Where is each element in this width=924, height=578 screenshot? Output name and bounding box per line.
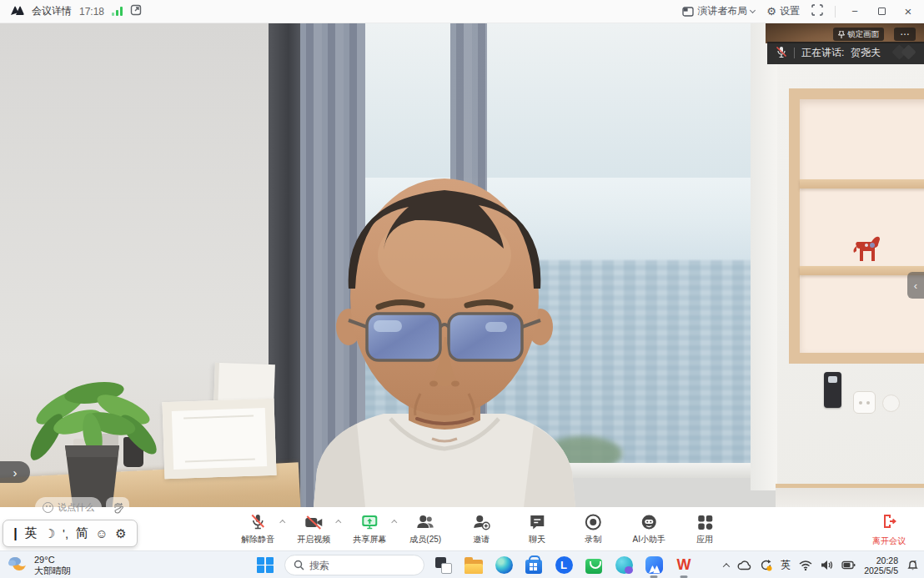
share-options-caret[interactable] [391, 519, 397, 525]
pin-icon [838, 31, 845, 38]
ime-language-toggle[interactable]: 英 [24, 525, 37, 541]
ai-assistant-button[interactable]: AI小助手 [630, 513, 668, 545]
ime-settings-button[interactable]: ⚙ [115, 526, 126, 541]
unmute-button[interactable]: 解除静音 [239, 513, 277, 545]
pin-video-button[interactable]: 锁定画面 [833, 28, 884, 41]
say-something-input[interactable]: 说点什么 [35, 497, 102, 518]
speaker-video-feed: 锁定画面 … 正在讲话: 贺尧夫 › ‹ [0, 23, 924, 507]
taskbar-app-task-view[interactable] [429, 551, 459, 578]
taskbar-app-wps[interactable]: W [669, 551, 699, 578]
invite-icon [472, 513, 490, 531]
taskbar-app-lenovo[interactable]: L [549, 551, 579, 578]
network-signal-icon [112, 7, 123, 16]
watermark-logo-icon [892, 44, 921, 61]
mic-off-icon [249, 513, 267, 531]
share-screen-icon [360, 513, 379, 531]
ime-fullwidth-toggle[interactable]: ☽ [44, 526, 55, 541]
meeting-app-window: 会议详情 17:18 演讲者布局 ⚙ 设置 − × [0, 0, 924, 578]
layout-label: 演讲者布局 [697, 4, 747, 18]
leave-meeting-icon [881, 513, 897, 533]
tray-ime-indicator[interactable]: 英 [781, 558, 791, 572]
minimize-button[interactable]: − [847, 5, 862, 18]
potted-plant [15, 364, 169, 507]
windows-logo-icon [257, 557, 274, 574]
meeting-timer: 17:18 [79, 6, 104, 18]
ime-cursor: | [13, 526, 17, 541]
more-options-button[interactable]: … [894, 28, 916, 41]
tray-clock[interactable]: 20:28 2025/5/5 [864, 555, 898, 575]
record-icon [584, 513, 602, 531]
chat-icon [528, 513, 546, 531]
taskbar-app-tencent-meeting[interactable] [639, 551, 669, 578]
edge-browser-icon [495, 556, 513, 574]
maximize-icon [878, 8, 886, 15]
taskbar-search[interactable] [284, 555, 424, 575]
members-button[interactable]: 成员(25) [406, 513, 444, 545]
settings-button[interactable]: ⚙ 设置 [766, 4, 800, 18]
lenovo-app-icon: L [555, 556, 573, 574]
speaker-name: 贺尧夫 [851, 46, 881, 60]
tray-date: 2025/5/5 [864, 565, 898, 575]
weather-icon [7, 553, 28, 578]
wps-office-icon: W [677, 556, 691, 574]
mic-options-caret[interactable] [279, 519, 285, 525]
chevron-down-icon [750, 7, 756, 13]
ime-emoji-button[interactable]: ☺ [95, 526, 108, 540]
record-button[interactable]: 录制 [574, 513, 612, 545]
wifi-icon[interactable] [799, 560, 812, 570]
close-button[interactable]: × [901, 4, 916, 18]
collapse-panel-right-button[interactable]: ‹ [907, 272, 924, 299]
task-view-icon [435, 557, 452, 574]
dala-horse-figurine [850, 234, 885, 268]
weather-temp: 29°C [34, 555, 55, 565]
emoji-icon [43, 502, 53, 513]
tencent-meeting-logo-icon [10, 5, 24, 18]
invite-button[interactable]: 邀请 [462, 513, 500, 545]
meeting-toolbar: 解除静音 开启视频 共享屏幕 成员(25) [0, 507, 924, 550]
ai-assistant-icon [639, 513, 659, 531]
raise-hand-button[interactable] [106, 497, 129, 518]
open-in-window-icon[interactable] [130, 4, 142, 18]
taskbar-app-messenger[interactable] [609, 551, 639, 578]
app-store-bag-icon [585, 559, 602, 574]
ime-toolbar[interactable]: | 英 ☽ ', 简 ☺ ⚙ [3, 520, 138, 547]
meeting-details-button[interactable]: 会议详情 [32, 4, 72, 18]
tray-show-hidden-icons[interactable] [724, 563, 729, 568]
ime-simplified-toggle[interactable]: 简 [76, 525, 88, 541]
taskbar-app-file-explorer[interactable] [459, 551, 489, 578]
members-icon [415, 513, 435, 531]
search-input[interactable] [309, 560, 401, 571]
leave-meeting-button[interactable]: 离开会议 [872, 513, 906, 547]
start-button[interactable] [250, 551, 280, 578]
maximize-button[interactable] [874, 5, 889, 18]
mic-muted-icon [776, 46, 787, 61]
wall-outlet [853, 391, 876, 414]
chat-button[interactable]: 聊天 [518, 513, 556, 545]
video-options-caret[interactable] [335, 519, 341, 525]
fullscreen-icon[interactable] [811, 4, 823, 18]
expand-panel-left-button[interactable]: › [0, 461, 30, 483]
title-bar: 会议详情 17:18 演讲者布局 ⚙ 设置 − × [0, 0, 924, 23]
start-video-button[interactable]: 开启视频 [294, 513, 333, 545]
weather-widget[interactable]: 29°C 大部晴朗 [7, 553, 71, 578]
wall-remote-control [824, 372, 841, 408]
layout-icon [682, 7, 694, 17]
search-icon [294, 560, 304, 570]
titlebar-divider [835, 6, 836, 18]
share-screen-button[interactable]: 共享屏幕 [350, 513, 389, 545]
gear-icon: ⚙ [766, 5, 776, 18]
taskbar-app-microsoft-store[interactable] [519, 551, 549, 578]
onedrive-cloud-icon[interactable] [737, 560, 751, 570]
taskbar-app-edge[interactable] [489, 551, 519, 578]
layout-selector[interactable]: 演讲者布局 [682, 4, 755, 18]
tray-time: 20:28 [876, 555, 898, 565]
update-sync-icon[interactable] [760, 559, 772, 571]
ime-punctuation-toggle[interactable]: ', [63, 526, 68, 540]
apps-button[interactable]: 应用 [685, 513, 724, 545]
battery-icon[interactable] [841, 560, 856, 570]
speaker-person [307, 163, 582, 507]
taskbar-app-app-store[interactable] [579, 551, 609, 578]
picture-frame [162, 399, 276, 480]
volume-icon[interactable] [821, 560, 833, 570]
notification-bell-icon[interactable]: z [906, 559, 919, 571]
